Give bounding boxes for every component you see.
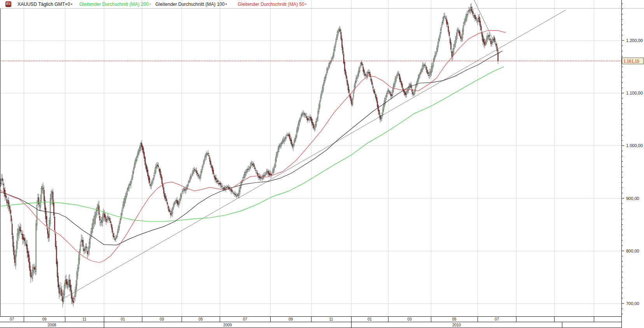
ma-200-label: Gleitender Durchschnitt (MA) 200 [79, 2, 149, 7]
current-price-tag: 1.161,15 [622, 58, 644, 64]
svg-text:1.161,15: 1.161,15 [623, 59, 639, 63]
month-label: 07 [495, 317, 499, 321]
chevron-down-icon[interactable]: ▾ [149, 3, 151, 5]
symbol-timeframe-selector[interactable]: XAUUSD Täglich GMT+0▾ [18, 2, 72, 7]
year-label: 2008 [47, 323, 56, 327]
price-tick-label: 1.000,00 [626, 143, 643, 148]
month-label: 11 [329, 317, 333, 321]
month-label: 01 [368, 317, 372, 321]
month-label: 05 [452, 317, 457, 321]
legend-item-ma-100[interactable]: Gleitender Durchschnitt (MA) 100▾ [156, 2, 227, 7]
month-label: 11 [82, 317, 87, 321]
legend-item-ma-50[interactable]: Gleitender Durchschnitt (MA) 50▾ [238, 2, 306, 7]
chevron-down-icon[interactable]: ▾ [305, 3, 307, 5]
price-tick-label: 1.100,00 [626, 91, 643, 95]
month-label: 01 [121, 317, 125, 321]
month-label: 07 [243, 317, 247, 321]
ma-100-label: Gleitender Durchschnitt (MA) 100 [156, 2, 225, 7]
month-label: 07 [10, 317, 14, 321]
price-tick-label: 700,00 [626, 301, 639, 306]
legend-item-ma-200[interactable]: Gleitender Durchschnitt (MA) 200▾ [79, 2, 151, 7]
chart-application-window: 1.200,001.100,001.000,00900,00800,00700,… [0, 0, 644, 328]
month-label: 09 [289, 317, 293, 321]
year-label: 2009 [223, 323, 232, 327]
year-label: 2010 [452, 323, 461, 327]
month-label: 03 [407, 317, 412, 321]
price-tick-label: 800,00 [626, 249, 639, 253]
price-chart[interactable]: 1.200,001.100,001.000,00900,00800,00700,… [0, 0, 644, 328]
ma-50-label: Gleitender Durchschnitt (MA) 50 [238, 2, 304, 7]
month-label: 05 [198, 317, 203, 321]
price-tick-label: 900,00 [626, 196, 639, 201]
month-label: 03 [159, 317, 164, 321]
chart-header-toolbar: Fx XAUUSD Täglich GMT+0▾ Gleitender Durc… [0, 0, 644, 9]
chevron-down-icon[interactable]: ▾ [226, 3, 227, 5]
chevron-down-icon[interactable]: ▾ [71, 3, 73, 5]
symbol-label: XAUUSD Täglich GMT+0 [18, 2, 70, 7]
fx-broker-logo-icon: Fx [5, 1, 11, 7]
month-label: 09 [42, 317, 47, 321]
price-tick-label: 1.200,00 [626, 38, 643, 43]
